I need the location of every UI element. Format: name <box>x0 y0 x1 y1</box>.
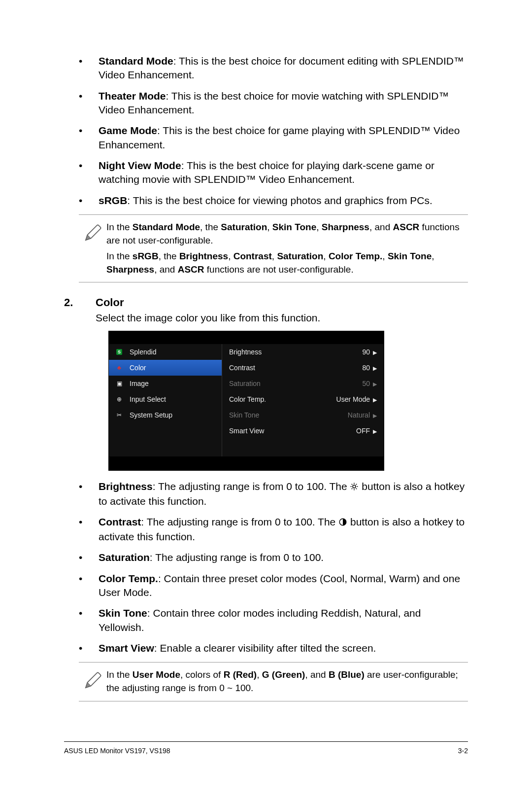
item-text: Night View Mode: This is the best choice… <box>99 159 468 187</box>
item-label: Skin Tone <box>99 607 147 619</box>
v: Natural <box>348 411 370 419</box>
opt-value: Natural▶ <box>348 411 377 419</box>
item-label: Standard Mode <box>99 55 173 67</box>
opt-label: Contrast <box>229 364 255 372</box>
list-item: • Contrast: The adjusting range is from … <box>79 515 468 544</box>
note-line: In the Standard Mode, the Saturation, Sk… <box>106 221 468 247</box>
item-text: Theater Mode: This is the best choice fo… <box>99 89 468 117</box>
t: Color Temp. <box>329 251 382 261</box>
osd-item-color[interactable]: ♣Color <box>109 360 222 376</box>
bullet-marker: • <box>79 551 99 564</box>
t: : The adjusting range is from 0 to 100. … <box>141 516 338 527</box>
opt-value: 80▶ <box>362 364 377 372</box>
list-item: • sRGB: This is the best choice for view… <box>79 194 468 208</box>
chevron-right-icon: ▶ <box>373 413 377 418</box>
t: In the <box>106 669 133 680</box>
osd-item-image[interactable]: ▣Image <box>109 376 222 391</box>
list-item: • Standard Mode: This is the best choice… <box>79 54 468 82</box>
item-text: Smart View: Enable a clearer visibility … <box>99 641 468 655</box>
opt-label: Color Temp. <box>229 395 266 403</box>
t: , <box>323 251 329 261</box>
osd-item-label: Image <box>130 380 149 387</box>
opt-label: Smart View <box>229 427 264 435</box>
item-text: Brightness: The adjusting range is from … <box>99 480 468 508</box>
item-text: sRGB: This is the best choice for viewin… <box>99 194 468 208</box>
bullet-marker: • <box>79 515 99 544</box>
t: : The adjusting range is from 0 to 100. <box>150 552 324 563</box>
opt-label: Skin Tone <box>229 411 259 419</box>
opt-value: OFF▶ <box>356 427 377 435</box>
list-item: • Game Mode: This is the best choice for… <box>79 124 468 152</box>
section-heading: 2. Color <box>64 296 468 309</box>
osd-options: Brightness90▶ Contrast80▶ Saturation50▶ … <box>222 344 384 456</box>
item-label: Color Temp. <box>99 573 158 584</box>
splendid-icon: S <box>114 349 125 355</box>
svg-line-8 <box>356 484 357 485</box>
t: , the <box>159 251 179 261</box>
chevron-right-icon: ▶ <box>373 397 377 403</box>
note-text: In the Standard Mode, the Saturation, Sk… <box>106 221 468 276</box>
osd-opt-brightness[interactable]: Brightness90▶ <box>222 344 384 360</box>
item-text: Saturation: The adjusting range is from … <box>99 551 468 564</box>
section-title: Color <box>96 296 124 309</box>
section-number: 2. <box>64 296 96 309</box>
item-label: Smart View <box>99 642 154 654</box>
t: , <box>272 251 277 261</box>
bullet-marker: • <box>79 54 99 82</box>
list-item: • Saturation: The adjusting range is fro… <box>79 551 468 564</box>
osd-item-input[interactable]: ⊕Input Select <box>109 391 222 407</box>
osd-opt-contrast[interactable]: Contrast80▶ <box>222 360 384 376</box>
chevron-right-icon: ▶ <box>373 381 377 387</box>
osd-opt-smartview[interactable]: Smart ViewOFF▶ <box>222 423 384 439</box>
opt-label: Brightness <box>229 348 262 356</box>
bullet-marker: • <box>79 89 99 117</box>
osd-body: SSplendid ♣Color ▣Image ⊕Input Select ✂S… <box>109 344 384 456</box>
chevron-right-icon: ▶ <box>373 365 377 371</box>
document-page: • Standard Mode: This is the best choice… <box>0 0 532 802</box>
list-item: • Theater Mode: This is the best choice … <box>79 89 468 117</box>
image-icon: ▣ <box>114 380 125 387</box>
t: Saturation <box>221 222 267 232</box>
note-box: In the Standard Mode, the Saturation, Sk… <box>79 214 468 282</box>
bullet-marker: • <box>79 480 99 508</box>
v: 50 <box>362 380 370 387</box>
t: : Enable a clearer visibility after tilt… <box>154 642 376 654</box>
option-list: • Brightness: The adjusting range is fro… <box>79 480 468 655</box>
t: : The adjusting range is from 0 to 100. … <box>153 481 350 492</box>
t: Contrast <box>233 251 272 261</box>
osd-sidebar: SSplendid ♣Color ▣Image ⊕Input Select ✂S… <box>109 344 222 456</box>
list-item: • Color Temp.: Contain three preset colo… <box>79 572 468 600</box>
bullet-marker: • <box>79 159 99 187</box>
t: Skin Tone <box>388 251 432 261</box>
t: , and <box>154 264 178 275</box>
opt-value: 50▶ <box>362 380 377 387</box>
t: In the <box>106 222 133 232</box>
chevron-right-icon: ▶ <box>373 349 377 355</box>
t: , and <box>305 669 329 680</box>
osd-opt-colortemp[interactable]: Color Temp.User Mode▶ <box>222 391 384 407</box>
pencil-icon <box>79 221 106 276</box>
osd-item-splendid[interactable]: SSplendid <box>109 344 222 360</box>
bullet-marker: • <box>79 641 99 655</box>
input-icon: ⊕ <box>114 396 125 403</box>
svg-line-7 <box>352 488 353 489</box>
v: 90 <box>362 348 370 356</box>
t: In the <box>106 251 133 261</box>
v: User Mode <box>336 395 370 403</box>
item-label: Night View Mode <box>99 160 181 171</box>
t: Sharpness <box>106 264 154 275</box>
list-item: • Night View Mode: This is the best choi… <box>79 159 468 187</box>
osd-item-setup[interactable]: ✂System Setup <box>109 407 222 423</box>
item-label: Brightness <box>99 481 153 492</box>
note-line: In the sRGB, the Brightness, Contrast, S… <box>106 250 468 276</box>
pencil-icon <box>79 668 106 695</box>
osd-item-label: Input Select <box>130 395 166 403</box>
svg-point-0 <box>353 485 356 488</box>
page-footer: ASUS LED Monitor VS197, VS198 3-2 <box>64 741 468 755</box>
osd-opt-skintone: Skin ToneNatural▶ <box>222 407 384 423</box>
item-text: Skin Tone: Contain three color modes inc… <box>99 606 468 634</box>
t: , <box>432 251 434 261</box>
opt-value: User Mode▶ <box>336 395 377 403</box>
setup-icon: ✂ <box>114 412 125 418</box>
note-box: In the User Mode, colors of R (Red), G (… <box>79 662 468 701</box>
